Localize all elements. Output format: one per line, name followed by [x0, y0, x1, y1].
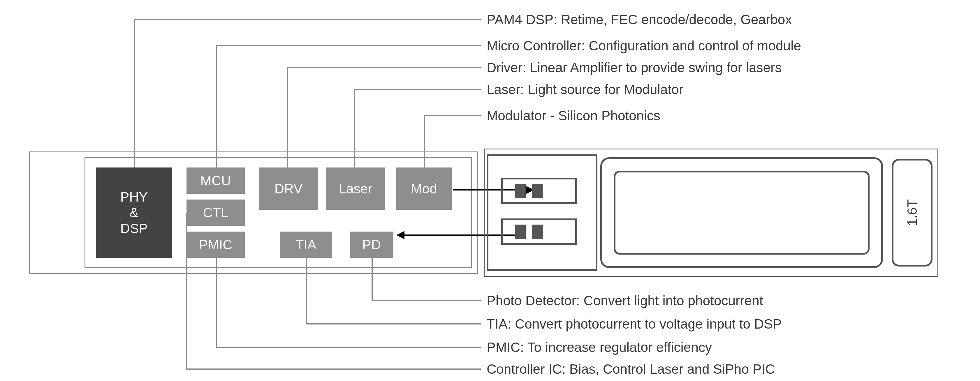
leader-mcu-h [216, 45, 481, 46]
transceiver-rate-label: 1.6T [904, 199, 920, 226]
leader-dsp-h [134, 19, 481, 20]
transceiver-cage [487, 154, 597, 271]
leader-mcu-v [216, 45, 217, 167]
leader-pmic-h [216, 347, 481, 348]
port-pin [532, 225, 543, 239]
leader-mod-v [424, 115, 425, 167]
leader-pd-v [372, 258, 373, 300]
block-tia: TIA [280, 232, 332, 258]
block-mod: Mod [396, 167, 452, 210]
label-modulator: Modulator - Silicon Photonics [487, 108, 660, 124]
leader-drv-h [287, 67, 481, 68]
transceiver-endcap: 1.6T [892, 159, 932, 267]
label-driver: Driver: Linear Amplifier to provide swin… [487, 60, 781, 75]
leader-mod-h [424, 115, 481, 116]
block-pmic: PMIC [186, 232, 245, 258]
leader-tia-h [306, 323, 481, 324]
label-pmic: PMIC: To increase regulator efficiency [487, 339, 712, 355]
label-mcu: Micro Controller: Configuration and cont… [487, 38, 801, 54]
port-pin [515, 225, 526, 239]
leader-tia-v [306, 258, 307, 323]
leader-ctl-v [186, 213, 187, 368]
port-pin [515, 184, 526, 198]
transceiver-port-top [501, 178, 577, 204]
leader-dsp-v [134, 19, 135, 167]
leader-pd-h [372, 300, 481, 301]
label-pd: Photo Detector: Convert light into photo… [487, 293, 763, 308]
label-ctl: Controller IC: Bias, Control Laser and S… [487, 361, 775, 377]
label-tia: TIA: Convert photocurrent to voltage inp… [487, 316, 782, 332]
transceiver-body-inner [614, 171, 870, 255]
leader-laser-h [354, 89, 481, 90]
block-drv: DRV [259, 167, 318, 210]
leader-pmic-v [216, 258, 217, 347]
block-mcu: MCU [186, 167, 245, 194]
block-pd: PD [350, 232, 393, 258]
block-ctl: CTL [186, 200, 245, 226]
block-laser: Laser [326, 167, 385, 210]
diagram-stage: PAM4 DSP: Retime, FEC encode/decode, Gea… [0, 0, 980, 381]
label-laser: Laser: Light source for Modulator [487, 81, 683, 97]
arrow-rx-head [396, 231, 404, 239]
transceiver-body [600, 157, 883, 268]
leader-laser-v [354, 89, 355, 167]
leader-ctl-h [186, 368, 481, 370]
label-dsp: PAM4 DSP: Retime, FEC encode/decode, Gea… [487, 12, 792, 27]
leader-drv-v [287, 67, 288, 167]
block-phy-dsp: PHY & DSP [96, 167, 172, 258]
transceiver-port-bottom [501, 219, 577, 244]
port-pin [532, 184, 543, 198]
